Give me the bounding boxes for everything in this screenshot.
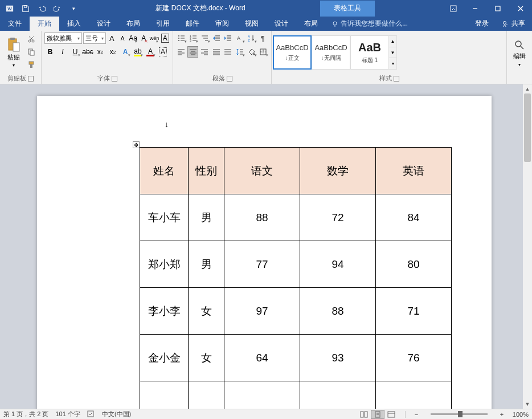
close-button[interactable]	[509, 0, 532, 17]
data-table[interactable]: 姓名 性别 语文 数学 英语 车小车 男 88 72 84 郑小郑 男 77	[140, 147, 452, 409]
cell[interactable]	[189, 381, 224, 409]
styles-down[interactable]: ▼	[389, 47, 396, 59]
share-button[interactable]: 共享	[496, 17, 532, 31]
header-name[interactable]: 姓名	[140, 148, 189, 194]
cut-button[interactable]	[26, 34, 37, 45]
cell[interactable]: 金小金	[140, 335, 189, 381]
text-effects-button[interactable]: A	[120, 46, 131, 58]
font-size-combo[interactable]: 三号▾	[83, 32, 106, 44]
document-area[interactable]: ↓ ✥ 姓名 性别 语文 数学 英语 车小车 男 88 72 84 郑小郑	[0, 84, 523, 409]
read-mode-button[interactable]	[357, 410, 371, 419]
tab-insert[interactable]: 插入	[59, 17, 89, 31]
sign-in-button[interactable]: 登录	[468, 17, 496, 31]
shrink-font-button[interactable]: A	[118, 32, 128, 44]
qat-customize[interactable]: ▾	[66, 1, 81, 15]
scroll-thumb[interactable]	[524, 93, 531, 162]
cell[interactable]: 男	[189, 241, 224, 288]
multilevel-list-button[interactable]	[199, 32, 210, 44]
change-case-button[interactable]: Aa	[128, 32, 138, 44]
style-normal[interactable]: AaBbCcD ↓正文	[273, 35, 312, 70]
distribute-button[interactable]	[223, 46, 233, 58]
cell[interactable]: 女	[189, 335, 224, 381]
shading-button[interactable]	[246, 46, 256, 58]
superscript-button[interactable]: x2	[107, 46, 118, 58]
italic-button[interactable]: I	[57, 46, 68, 58]
scroll-down[interactable]: ▼	[523, 400, 532, 409]
scroll-track[interactable]	[523, 93, 532, 400]
underline-button[interactable]: U	[69, 46, 81, 58]
cell[interactable]: 72	[300, 194, 376, 241]
align-left-button[interactable]	[176, 46, 186, 58]
scroll-up[interactable]: ▲	[523, 84, 532, 93]
tab-review[interactable]: 审阅	[207, 17, 237, 31]
style-no-spacing[interactable]: AaBbCcD ↓无间隔	[312, 35, 350, 70]
cell[interactable]: 97	[224, 288, 300, 335]
tell-me-search[interactable]: 告诉我您想要做什么...	[326, 17, 414, 31]
font-dialog-launcher[interactable]	[112, 76, 117, 82]
word-count-status[interactable]: 101 个字	[55, 410, 80, 418]
cell[interactable]: 88	[224, 194, 300, 241]
phonetic-guide-button[interactable]: wén	[150, 32, 159, 44]
grow-font-button[interactable]: A	[107, 32, 117, 44]
tab-design[interactable]: 设计	[89, 17, 118, 31]
tab-home[interactable]: 开始	[30, 17, 59, 31]
bullets-button[interactable]	[176, 32, 187, 44]
cell[interactable]	[300, 381, 376, 409]
cell[interactable]: 94	[300, 241, 376, 288]
header-gender[interactable]: 性别	[189, 148, 224, 194]
language-status[interactable]: 中文(中国)	[102, 410, 131, 418]
tab-table-design[interactable]: 设计	[267, 17, 296, 31]
ribbon-display-options[interactable]	[443, 0, 464, 17]
cell[interactable]: 80	[376, 241, 452, 288]
sort-button[interactable]: AZ	[246, 32, 257, 44]
increase-indent-button[interactable]	[223, 32, 234, 44]
header-chinese[interactable]: 语文	[224, 148, 300, 194]
cell[interactable]: 76	[376, 335, 452, 381]
print-layout-button[interactable]	[371, 410, 384, 419]
cell[interactable]	[224, 381, 300, 409]
paragraph-dialog-launcher[interactable]	[227, 76, 232, 82]
style-heading1[interactable]: AaB 标题 1	[350, 35, 389, 70]
clipboard-dialog-launcher[interactable]	[28, 76, 34, 82]
character-shading-button[interactable]: A	[157, 46, 169, 58]
redo-button[interactable]	[50, 1, 65, 15]
minimize-button[interactable]	[464, 0, 486, 17]
cell[interactable]: 女	[189, 288, 224, 335]
styles-gallery-scroll[interactable]: ▲ ▼ ▾	[389, 35, 397, 70]
copy-button[interactable]	[26, 46, 37, 58]
styles-dialog-launcher[interactable]	[394, 76, 399, 82]
align-right-button[interactable]	[199, 46, 210, 58]
highlight-button[interactable]: ab	[132, 46, 144, 58]
clear-formatting-button[interactable]: A✕	[139, 32, 149, 44]
styles-expand[interactable]: ▾	[389, 58, 396, 69]
spell-check-status[interactable]	[87, 410, 95, 418]
numbering-button[interactable]: 123	[188, 32, 199, 44]
zoom-in-button[interactable]: +	[498, 411, 506, 418]
show-marks-button[interactable]: ¶	[258, 32, 269, 44]
bold-button[interactable]: B	[44, 46, 56, 58]
asian-layout-button[interactable]: A	[235, 32, 245, 44]
character-border-button[interactable]: A	[160, 32, 170, 44]
decrease-indent-button[interactable]	[211, 32, 222, 44]
tab-table-layout[interactable]: 布局	[296, 17, 326, 31]
header-english[interactable]: 英语	[376, 148, 452, 194]
header-math[interactable]: 数学	[300, 148, 376, 194]
tab-mailings[interactable]: 邮件	[178, 17, 207, 31]
cell[interactable]: 88	[300, 288, 376, 335]
zoom-level[interactable]: 100%	[513, 411, 529, 418]
cell[interactable]: 64	[224, 335, 300, 381]
paste-button[interactable]: 粘贴 ▾	[3, 32, 24, 72]
undo-button[interactable]	[34, 1, 49, 15]
cell[interactable]: 郑小郑	[140, 241, 189, 288]
cell[interactable]: 李小李	[140, 288, 189, 335]
maximize-button[interactable]	[486, 0, 509, 17]
subscript-button[interactable]: x2	[95, 46, 106, 58]
cell[interactable]	[140, 381, 189, 409]
tab-references[interactable]: 引用	[148, 17, 178, 31]
font-name-combo[interactable]: 微软雅黑▾	[44, 32, 82, 44]
cell[interactable]: 71	[376, 288, 452, 335]
page-number-status[interactable]: 第 1 页，共 2 页	[3, 410, 48, 418]
zoom-slider[interactable]	[431, 413, 488, 415]
font-color-button[interactable]: A	[145, 46, 156, 58]
cell[interactable]: 77	[224, 241, 300, 288]
